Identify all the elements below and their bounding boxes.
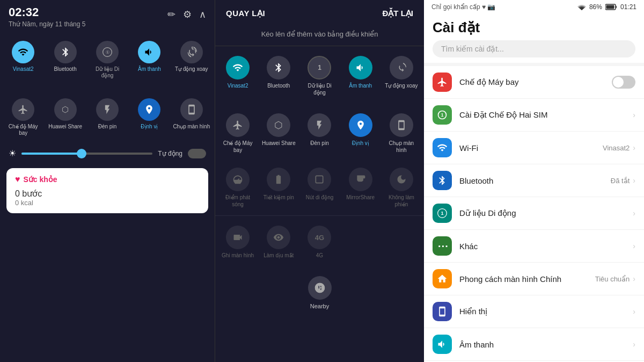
battery-level: 86% bbox=[589, 3, 602, 11]
status-bar-panel1: 02:32 Thứ Năm, ngày 11 tháng 5 ✏ ⚙ ∧ bbox=[0, 0, 215, 31]
auto-toggle[interactable] bbox=[188, 149, 206, 158]
health-steps: 0 bước bbox=[15, 189, 200, 199]
sound-setting-right: › bbox=[633, 340, 635, 349]
p2-tile-sound[interactable]: Âm thanh bbox=[340, 49, 381, 100]
data-tile-icon: ① bbox=[96, 41, 119, 63]
airplane-mode-text: Chế độ Máy bay bbox=[459, 77, 612, 87]
dual-sim-icon: 1 bbox=[433, 105, 452, 125]
display-icon bbox=[433, 302, 452, 321]
p2-batsave-icon bbox=[267, 168, 290, 191]
bluetooth-setting-text: Bluetooth bbox=[459, 176, 611, 185]
health-card[interactable]: ♥ Sức khỏe 0 bước 0 kcal bbox=[6, 168, 208, 213]
p2-sound-label: Âm thanh bbox=[349, 82, 372, 89]
airplane-mode-toggle[interactable] bbox=[612, 76, 635, 89]
setting-display[interactable]: Hiển thị › bbox=[424, 295, 644, 328]
setting-display-style[interactable]: Phong cách màn hình Chính Tiêu chuẩn › bbox=[424, 263, 644, 295]
tile-airplane[interactable]: Chế độ Máybay bbox=[2, 93, 44, 142]
p2-tile-batsave[interactable]: Tiết kiệm pin bbox=[258, 161, 299, 212]
svg-text:1: 1 bbox=[441, 112, 444, 118]
p2-tile-flash[interactable]: Đèn pin bbox=[299, 107, 340, 158]
tile-screenshot[interactable]: Chụp màn hình bbox=[171, 93, 213, 142]
p2-bt-label: Bluetooth bbox=[267, 82, 290, 89]
tile-sound[interactable]: Âm thanh bbox=[128, 35, 170, 84]
p2-screenshot-label: Chụp màn hình bbox=[383, 140, 420, 154]
brightness-thumb[interactable] bbox=[77, 149, 86, 158]
tile-bluetooth[interactable]: Bluetooth bbox=[44, 35, 86, 84]
p2-mirror-label: MirrorShare bbox=[346, 194, 375, 201]
tile-data[interactable]: ① Dữ liệu Diđộng bbox=[86, 35, 128, 84]
tile-wifi-label: Vinasat2 bbox=[13, 66, 34, 73]
p2-tile-wifi[interactable]: Vinasat2 bbox=[217, 49, 258, 100]
p2-tile-bt[interactable]: Bluetooth bbox=[258, 49, 299, 100]
health-calories: 0 kcal bbox=[15, 199, 200, 207]
p2-tile-eyecomfort[interactable]: Làm dịu mắt bbox=[258, 219, 299, 263]
p2-location-icon bbox=[349, 113, 372, 137]
emergency-call-status: Chỉ gọi khẩn cấp ♥ 📷 bbox=[431, 3, 496, 11]
quick-tiles-row1: Vinasat2 Bluetooth ① Dữ liệu Diđộng Âm t… bbox=[0, 31, 215, 89]
setting-other[interactable]: ⋯ Khác › bbox=[424, 230, 644, 263]
p2-tile-screenrec[interactable]: Ghi màn hình bbox=[217, 219, 258, 263]
tile-wifi[interactable]: Vinasat2 bbox=[2, 35, 44, 84]
mobile-data-right: › bbox=[633, 209, 635, 218]
wifi-status-icon bbox=[577, 4, 586, 10]
p2-tile-airplane[interactable]: Chế độ Máy bay bbox=[217, 107, 258, 158]
p2-location-label: Định vị bbox=[352, 140, 369, 147]
bluetooth-setting-value: Đã tắt bbox=[611, 177, 630, 185]
setting-airplane-mode[interactable]: Chế độ Máy bay bbox=[424, 66, 644, 99]
display-style-text: Phong cách màn hình Chính bbox=[459, 274, 595, 284]
p2-navbtn-label: Nút di động bbox=[306, 194, 334, 201]
tile-huawei[interactable]: ⬡ Huawei Share bbox=[44, 93, 86, 142]
brightness-slider[interactable] bbox=[21, 153, 152, 155]
settings-list: Chế độ Máy bay 1 Cài Đặt Chế Độ Hai SIM … bbox=[424, 66, 644, 362]
settings-icon[interactable]: ⚙ bbox=[183, 9, 192, 20]
p2-screenshot-icon bbox=[390, 113, 413, 137]
tile-flashlight[interactable]: Đèn pin bbox=[86, 93, 128, 142]
p2-tile-navbtn[interactable]: Nút di động bbox=[299, 161, 340, 212]
svg-rect-4 bbox=[616, 6, 617, 8]
nearby-section[interactable]: Nearby bbox=[215, 266, 424, 315]
setting-dual-sim[interactable]: 1 Cài Đặt Chế Độ Hai SIM › bbox=[424, 99, 644, 132]
p2-tiles-row1: Vinasat2 Bluetooth 1 Dữ liệu Diđộng Âm t… bbox=[215, 46, 424, 104]
setting-mobile-data[interactable]: 1 Dữ liệu Di động › bbox=[424, 197, 644, 230]
search-input[interactable]: Tìm kiếm cài đặt... bbox=[433, 40, 635, 57]
p2-airplane-icon bbox=[226, 113, 250, 137]
p2-huawei-label: Huawei Share bbox=[262, 140, 296, 147]
dual-sim-label: Cài Đặt Chế Độ Hai SIM bbox=[459, 110, 633, 120]
p2-screenrec-icon bbox=[226, 226, 250, 249]
edit-icon[interactable]: ✏ bbox=[167, 9, 175, 20]
p2-tile-4g[interactable]: 4G 4G bbox=[299, 219, 340, 263]
tile-huawei-label: Huawei Share bbox=[48, 124, 82, 130]
p2-wifi-icon bbox=[226, 56, 250, 79]
p2-hotspot-label: Điểm phát sóng bbox=[219, 194, 256, 208]
flashlight-tile-icon bbox=[96, 98, 119, 121]
tile-location[interactable]: Định vị bbox=[128, 93, 170, 142]
p2-tile-huawei[interactable]: ⬡ Huawei Share bbox=[258, 107, 299, 158]
mobile-data-label: Dữ liệu Di động bbox=[459, 208, 633, 218]
setting-wifi[interactable]: Wi-Fi Vinasat2 › bbox=[424, 132, 644, 164]
p2-tile-location[interactable]: Định vị bbox=[340, 107, 381, 158]
p2-tile-data[interactable]: 1 Dữ liệu Diđộng bbox=[299, 49, 340, 100]
bluetooth-setting-right: Đã tắt › bbox=[611, 176, 635, 185]
back-button[interactable]: QUAY LẠI bbox=[226, 9, 265, 18]
p2-tile-screenshot[interactable]: Chụp màn hình bbox=[381, 107, 422, 158]
location-tile-icon bbox=[138, 98, 160, 121]
p2-tile-hotspot[interactable]: Điểm phát sóng bbox=[217, 161, 258, 212]
setting-sound[interactable]: Âm thanh › bbox=[424, 328, 644, 361]
tile-rotate[interactable]: Tự động xoay bbox=[171, 35, 213, 84]
sound-setting-chevron: › bbox=[633, 340, 635, 349]
settings-status-bar: Chỉ gọi khẩn cấp ♥ 📷 86% 01:21 bbox=[424, 0, 644, 14]
p2-4g-icon: 4G bbox=[308, 226, 331, 249]
expand-icon[interactable]: ∧ bbox=[199, 9, 206, 20]
p2-tile-dnd[interactable]: Không làm phiền bbox=[381, 161, 422, 212]
p2-rotate-label: Tự động xoay bbox=[385, 82, 418, 89]
tile-sound-label: Âm thanh bbox=[138, 66, 161, 73]
p2-rotate-icon bbox=[390, 56, 413, 79]
huawei-tile-icon: ⬡ bbox=[54, 98, 77, 121]
p2-tile-rotate[interactable]: Tự động xoay bbox=[381, 49, 422, 100]
reset-button[interactable]: ĐẶT LẠI bbox=[383, 9, 414, 18]
panel-settings: Chỉ gọi khẩn cấp ♥ 📷 86% 01:21 Cài đặt T… bbox=[424, 0, 644, 362]
p2-mirror-icon bbox=[349, 168, 372, 191]
setting-bluetooth[interactable]: Bluetooth Đã tắt › bbox=[424, 164, 644, 197]
p2-tile-mirror[interactable]: MirrorShare bbox=[340, 161, 381, 212]
brightness-icon: ☀ bbox=[9, 148, 16, 158]
